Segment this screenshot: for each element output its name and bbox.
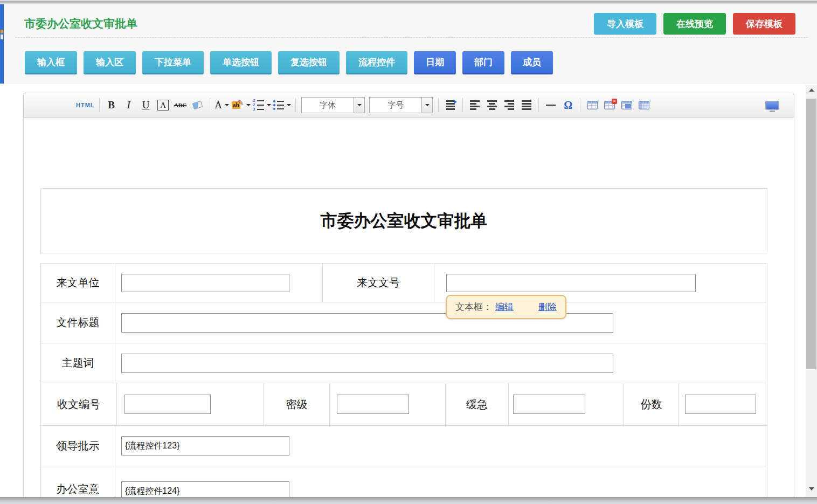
toolbar-separator bbox=[538, 98, 539, 112]
zhutici-input[interactable] bbox=[121, 354, 613, 373]
align-justify-button[interactable] bbox=[519, 96, 534, 114]
insert-table-button[interactable] bbox=[585, 96, 600, 114]
editor-toolbar: HTML B I U A ABC A ab✎ 字体 字号 Ω bbox=[23, 93, 794, 118]
background-window-strip bbox=[0, 0, 4, 84]
select-arrow-button[interactable] bbox=[421, 98, 432, 113]
add-checkbox-button[interactable]: 复选按钮 bbox=[278, 51, 340, 74]
toolbar-separator bbox=[295, 98, 296, 112]
form-table: 来文单位 来文文号 文件标题 主题词 收文编号 密级 缓急 bbox=[40, 263, 767, 504]
background-window-artifact bbox=[1, 34, 3, 39]
strikethrough-button[interactable]: ABC bbox=[173, 96, 188, 114]
add-flow-control-button[interactable]: 流程控件 bbox=[346, 51, 407, 74]
font-color-button[interactable]: A bbox=[214, 96, 230, 114]
italic-button[interactable]: I bbox=[121, 96, 136, 114]
select-arrow-button[interactable] bbox=[354, 98, 364, 113]
table-properties-icon bbox=[621, 101, 632, 109]
add-input-box-button[interactable]: 输入框 bbox=[25, 51, 77, 74]
window-top-edge bbox=[0, 0, 817, 4]
fenshu-input[interactable] bbox=[685, 395, 756, 414]
cell-zhutici bbox=[115, 343, 767, 383]
underline-button[interactable]: U bbox=[139, 96, 154, 114]
html-source-button[interactable]: HTML bbox=[76, 96, 95, 114]
fullscreen-preview-button[interactable] bbox=[765, 96, 780, 114]
add-member-button[interactable]: 成员 bbox=[511, 51, 553, 74]
shouwenbianhao-input[interactable] bbox=[124, 395, 211, 414]
add-department-button[interactable]: 部门 bbox=[462, 51, 504, 74]
table-row: 文件标题 bbox=[41, 302, 767, 343]
label-lingdaopishi: 领导批示 bbox=[41, 426, 115, 466]
cell-lingdaopishi bbox=[115, 426, 767, 466]
font-family-select[interactable]: 字体 bbox=[301, 97, 365, 113]
toolbar-separator bbox=[580, 98, 580, 112]
delete-widget-link[interactable]: 删除 bbox=[538, 301, 557, 313]
label-shouwenbianhao: 收文编号 bbox=[41, 383, 117, 425]
add-date-button[interactable]: 日期 bbox=[414, 51, 456, 74]
laiwenwenhao-input[interactable] bbox=[446, 274, 696, 292]
indent-button[interactable] bbox=[443, 96, 458, 114]
table-cells-button[interactable] bbox=[636, 96, 652, 114]
align-left-button[interactable] bbox=[467, 96, 482, 114]
horizontal-rule-button[interactable] bbox=[543, 96, 558, 114]
toolbar-separator bbox=[210, 98, 210, 112]
insert-table-icon bbox=[587, 101, 598, 109]
pencil-icon: ✎ bbox=[238, 99, 244, 107]
font-family-value: 字体 bbox=[302, 100, 354, 111]
scrollbar-thumb[interactable] bbox=[806, 99, 816, 369]
bold-button[interactable]: B bbox=[104, 96, 119, 114]
label-laiwendanwei: 来文单位 bbox=[41, 264, 115, 302]
tooltip-label: 文本框： bbox=[455, 301, 492, 313]
save-template-button[interactable]: 保存模板 bbox=[733, 13, 795, 34]
font-size-select[interactable]: 字号 bbox=[369, 97, 433, 113]
align-center-button[interactable] bbox=[484, 96, 500, 114]
scroll-up-button[interactable] bbox=[806, 85, 817, 95]
table-row: 主题词 bbox=[41, 343, 767, 383]
table-row: 领导批示 bbox=[41, 426, 767, 466]
chevron-down-icon bbox=[246, 104, 251, 106]
highlight-color-button[interactable]: ab✎ bbox=[232, 96, 251, 114]
omega-icon: Ω bbox=[564, 99, 572, 112]
character-border-button[interactable]: A bbox=[156, 96, 171, 114]
html-source-icon: HTML bbox=[76, 102, 95, 108]
label-huanji: 缓急 bbox=[446, 383, 509, 425]
import-template-button[interactable]: 导入模板 bbox=[594, 13, 656, 34]
chevron-down-icon bbox=[357, 104, 362, 106]
align-center-icon bbox=[487, 100, 497, 110]
unordered-list-button[interactable] bbox=[273, 96, 291, 114]
special-character-button[interactable]: Ω bbox=[560, 96, 576, 114]
add-radio-button[interactable]: 单选按钮 bbox=[210, 51, 272, 74]
background-window-artifact bbox=[1, 30, 3, 33]
remove-format-button[interactable] bbox=[190, 96, 205, 114]
align-right-button[interactable] bbox=[502, 96, 517, 114]
cell-laiwendanwei bbox=[115, 264, 323, 302]
align-right-icon bbox=[504, 100, 514, 110]
triangle-up-icon bbox=[809, 88, 814, 92]
chevron-down-icon bbox=[267, 104, 271, 106]
miji-input[interactable] bbox=[337, 395, 409, 414]
align-justify-icon bbox=[522, 100, 531, 110]
form-title-cell[interactable]: 市委办公室收文审批单 bbox=[40, 188, 767, 253]
chevron-down-icon bbox=[225, 104, 229, 106]
ordered-list-icon bbox=[253, 100, 264, 111]
add-textarea-button[interactable]: 输入区 bbox=[84, 51, 136, 74]
lingdaopishi-input[interactable] bbox=[121, 436, 289, 455]
scroll-down-button[interactable] bbox=[806, 484, 817, 494]
dashed-separator bbox=[15, 37, 808, 38]
toolbar-separator bbox=[438, 98, 439, 112]
unordered-list-icon bbox=[273, 100, 284, 110]
cell-fenshu bbox=[679, 383, 763, 425]
table-properties-button[interactable] bbox=[619, 96, 634, 114]
huanji-input[interactable] bbox=[513, 395, 585, 414]
edit-widget-link[interactable]: 编辑 bbox=[495, 301, 514, 313]
laiwendanwei-input[interactable] bbox=[121, 274, 289, 292]
toolbar-separator bbox=[462, 98, 463, 112]
chevron-down-icon bbox=[287, 104, 291, 106]
online-preview-button[interactable]: 在线预览 bbox=[663, 13, 726, 34]
indent-icon bbox=[446, 100, 455, 110]
add-dropdown-button[interactable]: 下拉菜单 bbox=[142, 51, 204, 74]
widget-action-tooltip: 文本框： 编辑 删除 bbox=[446, 295, 566, 319]
vertical-scrollbar[interactable] bbox=[806, 85, 817, 497]
delete-table-button[interactable] bbox=[602, 96, 617, 114]
ordered-list-button[interactable] bbox=[253, 96, 271, 114]
triangle-down-icon bbox=[809, 487, 814, 491]
header: 市委办公室收文审批单 导入模板 在线预览 保存模板 输入框 输入区 下拉菜单 单… bbox=[4, 4, 817, 84]
